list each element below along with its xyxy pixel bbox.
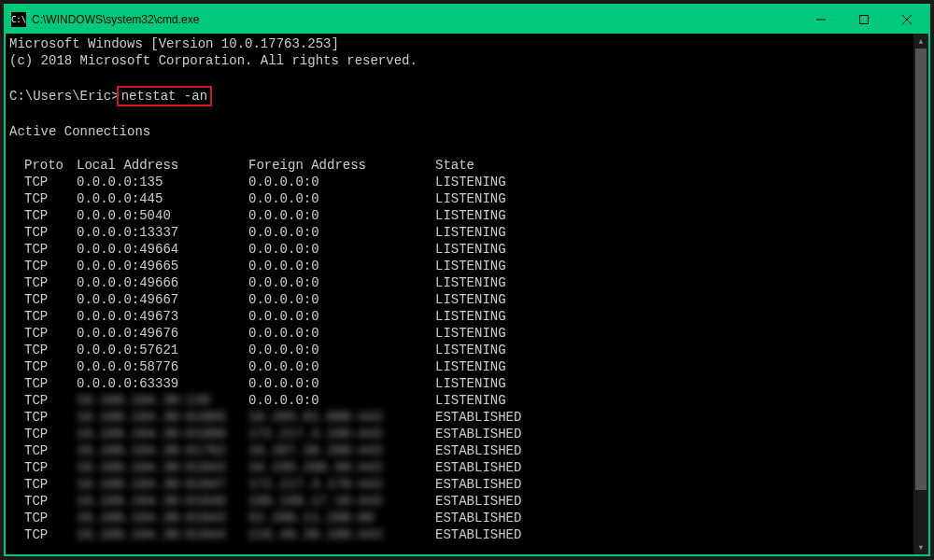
cell-local: 0.0.0.0:57621 [77, 342, 248, 358]
command-text: netstat -an [121, 89, 207, 104]
cell-proto: TCP [24, 224, 77, 241]
window-title: C:\WINDOWS\system32\cmd.exe [32, 13, 800, 26]
minimize-button[interactable] [800, 6, 842, 34]
cell-local: 0.0.0.0:49673 [77, 308, 248, 325]
cell-local: 0.0.0.0:49665 [77, 258, 248, 274]
cell-foreign: 0.0.0.0:0 [248, 274, 435, 291]
cell-proto: TCP [24, 308, 77, 325]
cell-local: 10.100.104.30:61044 [77, 526, 248, 543]
cell-proto: TCP [24, 459, 77, 476]
cell-local: 0.0.0.0:135 [77, 174, 248, 190]
cell-foreign: 0.0.0.0:0 [248, 291, 435, 308]
table-row: TCP0.0.0.0:496670.0.0.0:0LISTENING [9, 291, 910, 308]
cell-local: 10.100.104.30:61043 [77, 459, 248, 476]
cell-local: 10.100.104.30:61048 [77, 493, 248, 510]
table-row: TCP0.0.0.0:633390.0.0.0:0LISTENING [9, 375, 910, 392]
cell-proto: TCP [24, 409, 77, 426]
window-controls [800, 6, 928, 34]
table-row: TCP0.0.0.0:4450.0.0.0:0LISTENING [9, 190, 910, 207]
prompt-path: C:\Users\Eric> [9, 89, 120, 104]
table-row: TCP10.100.104.30:61000172.217.3.100:443E… [9, 426, 910, 442]
content-area: Microsoft Windows [Version 10.0.17763.25… [6, 34, 928, 554]
cell-local: 0.0.0.0:49666 [77, 274, 248, 291]
cell-state: ESTABLISHED [435, 476, 521, 493]
maximize-button[interactable] [842, 6, 885, 34]
scroll-up-arrow-icon[interactable]: ▲ [913, 34, 928, 49]
section-title: Active Connections [9, 123, 910, 140]
cell-foreign: 172.217.3.170:443 [248, 476, 435, 493]
cell-proto: TCP [24, 190, 77, 207]
cell-proto: TCP [24, 375, 77, 392]
cell-state: ESTABLISHED [435, 526, 521, 543]
cell-proto: TCP [24, 241, 77, 258]
cell-state: LISTENING [435, 224, 506, 241]
cell-proto: TCP [24, 442, 77, 459]
vertical-scrollbar[interactable]: ▲ ▼ [913, 34, 928, 554]
table-row: TCP0.0.0.0:496650.0.0.0:0LISTENING [9, 258, 910, 274]
cell-proto: TCP [24, 291, 77, 308]
cell-local: 0.0.0.0:58776 [77, 358, 248, 375]
blank-line [9, 140, 910, 157]
cmd-window: C:\ C:\WINDOWS\system32\cmd.exe Microsof… [4, 4, 930, 556]
table-row: TCP0.0.0.0:133370.0.0.0:0LISTENING [9, 224, 910, 241]
table-row: TCP0.0.0.0:496730.0.0.0:0LISTENING [9, 308, 910, 325]
close-button[interactable] [885, 6, 928, 34]
table-row: TCP0.0.0.0:1350.0.0.0:0LISTENING [9, 174, 910, 190]
svg-rect-1 [860, 16, 869, 24]
cell-foreign: 216.48.30.100:443 [248, 526, 435, 543]
cell-local: 10.100.104.30:61047 [77, 476, 248, 493]
table-row: TCP10.100.104.30:1390.0.0.0:0LISTENING [9, 392, 910, 409]
cell-foreign: 0.0.0.0:0 [248, 190, 435, 207]
header-local: Local Address [77, 157, 248, 174]
cell-state: LISTENING [435, 308, 506, 325]
cell-local: 0.0.0.0:5040 [77, 207, 248, 224]
cell-state: LISTENING [435, 174, 506, 190]
terminal-output[interactable]: Microsoft Windows [Version 10.0.17763.25… [6, 34, 913, 554]
cell-foreign: 0.0.0.0:0 [248, 325, 435, 342]
table-row: TCP10.100.104.30:6176210.207.30.200:443E… [9, 442, 910, 459]
cell-foreign: 52.200.11.200:80 [248, 510, 435, 526]
cell-state: LISTENING [435, 358, 506, 375]
scroll-track[interactable] [913, 49, 928, 539]
table-row: TCP0.0.0.0:496640.0.0.0:0LISTENING [9, 241, 910, 258]
cell-state: LISTENING [435, 241, 506, 258]
cell-foreign: 100.100.17.10:443 [248, 493, 435, 510]
cell-state: LISTENING [435, 375, 506, 392]
cell-local: 10.100.104.30:61043 [77, 510, 248, 526]
blank-line [9, 106, 910, 123]
cell-state: ESTABLISHED [435, 510, 521, 526]
cell-local: 0.0.0.0:63339 [77, 375, 248, 392]
cell-foreign: 0.0.0.0:0 [248, 375, 435, 392]
scroll-thumb[interactable] [915, 49, 927, 490]
cell-state: LISTENING [435, 190, 506, 207]
cell-local: 10.100.104.30:139 [77, 392, 248, 409]
cell-foreign: 0.0.0.0:0 [248, 241, 435, 258]
cell-foreign: 172.217.3.100:443 [248, 426, 435, 442]
cell-local: 0.0.0.0:445 [77, 190, 248, 207]
cell-local: 10.100.104.30:61000 [77, 426, 248, 442]
cell-state: LISTENING [435, 392, 506, 409]
cell-foreign: 10.205.01.000:443 [248, 409, 435, 426]
header-state: State [435, 157, 474, 174]
command-highlight: netstat -an [117, 86, 212, 106]
cell-proto: TCP [24, 258, 77, 274]
table-row: TCP0.0.0.0:576210.0.0.0:0LISTENING [9, 342, 910, 358]
cell-foreign: 0.0.0.0:0 [248, 174, 435, 190]
table-row: TCP0.0.0.0:496760.0.0.0:0LISTENING [9, 325, 910, 342]
table-row: TCP0.0.0.0:50400.0.0.0:0LISTENING [9, 207, 910, 224]
prompt-line: C:\Users\Eric>netstat -an [9, 86, 910, 106]
header-foreign: Foreign Address [248, 157, 435, 174]
cell-foreign: 0.0.0.0:0 [248, 258, 435, 274]
cell-local: 10.100.104.30:61762 [77, 442, 248, 459]
scroll-down-arrow-icon[interactable]: ▼ [913, 539, 928, 554]
table-row: TCP10.100.104.30:6100510.205.01.000:443E… [9, 409, 910, 426]
cell-foreign: 10.207.30.200:443 [248, 442, 435, 459]
cell-proto: TCP [24, 476, 77, 493]
cell-local: 10.100.104.30:61005 [77, 409, 248, 426]
cell-foreign: 0.0.0.0:0 [248, 342, 435, 358]
cell-foreign: 0.0.0.0:0 [248, 308, 435, 325]
cell-state: LISTENING [435, 342, 506, 358]
cell-foreign: 0.0.0.0:0 [248, 224, 435, 241]
titlebar[interactable]: C:\ C:\WINDOWS\system32\cmd.exe [6, 6, 928, 34]
cell-state: LISTENING [435, 291, 506, 308]
